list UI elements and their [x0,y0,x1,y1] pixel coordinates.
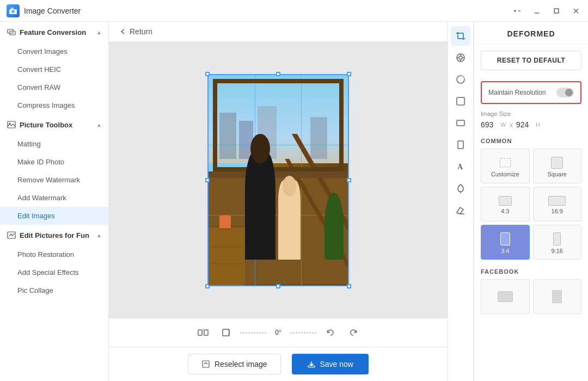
sidebar-item-make-id-photo[interactable]: Make ID Photo [0,153,108,171]
height-unit: H [536,121,540,128]
sidebar: Feature Conversion ▲ Convert Images Conv… [0,22,109,381]
square-label: Square [548,171,567,177]
sidebar-item-convert-raw[interactable]: Convert RAW [0,78,108,96]
preset-3-4[interactable]: 3:4 [481,225,530,260]
svg-rect-18 [223,329,229,336]
svg-point-2 [12,10,15,13]
restore-button[interactable] [512,5,523,16]
sidebar-item-convert-images[interactable]: Convert Images [0,42,108,60]
facebook-label: FACEBOOK [481,268,581,275]
dot6 [254,332,255,334]
image-placeholder [207,74,349,286]
rotate-right-button[interactable] [345,324,362,341]
tool-rail: A [448,22,474,381]
3-4-label: 3:4 [501,248,509,254]
rotation-dots-left [240,332,266,334]
svg-rect-16 [204,330,208,335]
preset-customize[interactable]: Customize [481,149,530,183]
reset-section: RESET TO DEFAULT [474,44,588,77]
crop-tool[interactable] [451,26,470,46]
handle-tr[interactable] [347,72,351,76]
rect2-tool[interactable] [451,135,470,155]
fb-item-1[interactable] [481,279,530,314]
16-9-label: 16:9 [552,208,563,214]
dot8 [259,332,261,334]
svg-rect-20 [308,366,315,367]
rect1-tool[interactable] [451,113,470,133]
reselect-button[interactable]: Reselect image [188,354,281,374]
picture-toolbox-icon [7,120,16,130]
preset-4-3[interactable]: 4:3 [481,187,530,222]
svg-rect-14 [8,232,15,238]
dot4 [248,332,250,334]
sidebar-item-convert-heic[interactable]: Convert HEIC [0,60,108,78]
maximize-button[interactable] [551,5,562,16]
preset-grid: Customize Square 4:3 16:9 [481,149,581,260]
dotr5 [301,332,303,334]
width-value: 693 [481,120,498,129]
fb-icon-2 [552,290,562,303]
app-icon [7,4,20,17]
eraser-tool[interactable] [451,200,470,220]
preset-square[interactable]: Square [533,149,582,183]
ratio-916-icon [553,232,561,245]
width-input: 693 W [481,120,506,129]
svg-rect-36 [458,141,463,149]
sidebar-item-pic-collage[interactable]: Pic Collage [0,281,108,299]
sidebar-item-add-watermark[interactable]: Add Watermark [0,189,108,207]
crop-rotate-button[interactable] [217,324,235,341]
fb-item-2[interactable] [533,279,582,314]
sidebar-item-remove-watermark[interactable]: Remove Watermark [0,171,108,189]
sidebar-item-compress-images[interactable]: Compress Images [0,96,108,114]
mirror-horizontal-button[interactable] [194,324,212,341]
sidebar-item-photo-restoration[interactable]: Photo Restoration [0,245,108,263]
edit-pictures-icon [7,230,16,240]
ratio-43-icon [499,196,512,206]
return-button[interactable]: Return [120,27,152,36]
toggle-knob [565,89,573,96]
close-button[interactable] [571,5,581,16]
dot5 [251,332,253,334]
dot1 [240,332,242,334]
svg-rect-39 [500,158,511,167]
sidebar-item-matting[interactable]: Matting [0,135,108,153]
sidebar-section-feature-conversion[interactable]: Feature Conversion ▲ [0,22,108,42]
feature-conversion-chevron: ▲ [96,29,102,35]
rotate-left-button[interactable] [322,324,339,341]
handle-lm[interactable] [205,178,210,182]
dotr8 [309,332,311,334]
minimize-button[interactable] [531,5,542,16]
rotation-dots-right [290,332,316,334]
maintain-resolution-toggle[interactable] [556,88,574,97]
handle-tm[interactable] [276,72,280,76]
handle-rm[interactable] [347,178,351,182]
handle-br[interactable] [347,284,351,288]
sidebar-section-picture-toolbox[interactable]: Picture Toolbox ▲ [0,114,108,135]
common-label: COMMON [481,138,581,144]
tones-tool[interactable] [451,48,470,67]
preset-9-16[interactable]: 9:16 [533,225,582,260]
dot10 [265,332,266,334]
sidebar-item-add-special-effects[interactable]: Add Special Effects [0,263,108,281]
sidebar-section-edit-pictures[interactable]: Edit Pictures for Fun ▲ [0,225,108,245]
sidebar-item-edit-images[interactable]: Edit Images [0,207,108,225]
title-bar-controls [512,5,581,16]
image-canvas [207,74,349,286]
app-title: Image Converter [24,7,81,15]
preset-16-9[interactable]: 16:9 [533,187,582,222]
reset-button[interactable]: RESET TO DEFAULT [481,51,581,70]
color-tool[interactable] [451,70,470,89]
svg-rect-35 [457,120,464,126]
customize-icon [498,157,513,169]
reselect-label: Reselect image [215,360,267,368]
handle-tl[interactable] [205,72,210,76]
save-button[interactable]: Save now [292,354,369,374]
text-tool[interactable]: A [451,157,470,176]
shape-tool[interactable] [451,91,470,111]
image-size-label: Image Size [481,110,581,117]
dotr4 [298,332,300,334]
brush-tool[interactable] [451,179,470,198]
bottom-toolbar: 0° [109,318,448,347]
handle-bm[interactable] [276,284,280,288]
square-icon [551,157,563,169]
